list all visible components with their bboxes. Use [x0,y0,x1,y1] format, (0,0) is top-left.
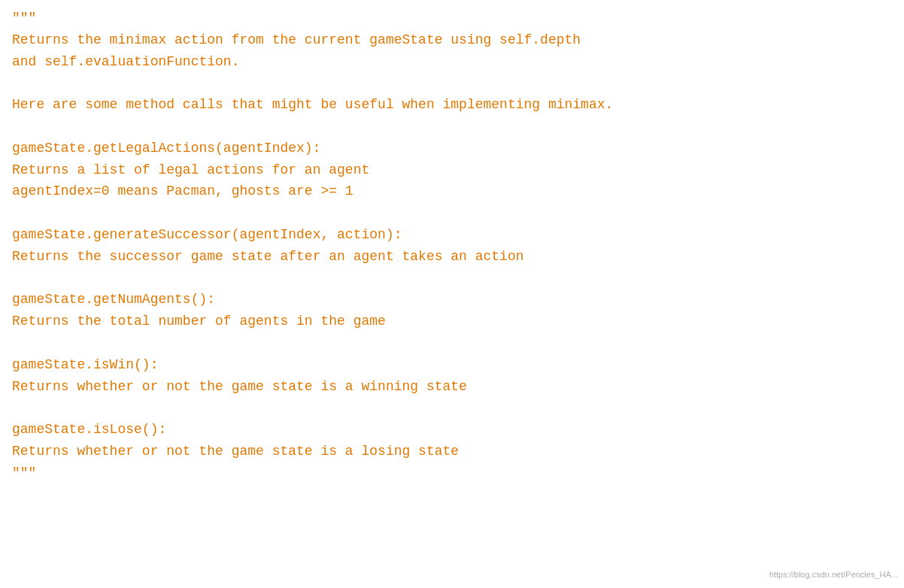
code-content: """ Returns the minimax action from the … [12,8,892,484]
watermark: https://blog.csdn.net/Pencles_HA... [769,568,898,582]
